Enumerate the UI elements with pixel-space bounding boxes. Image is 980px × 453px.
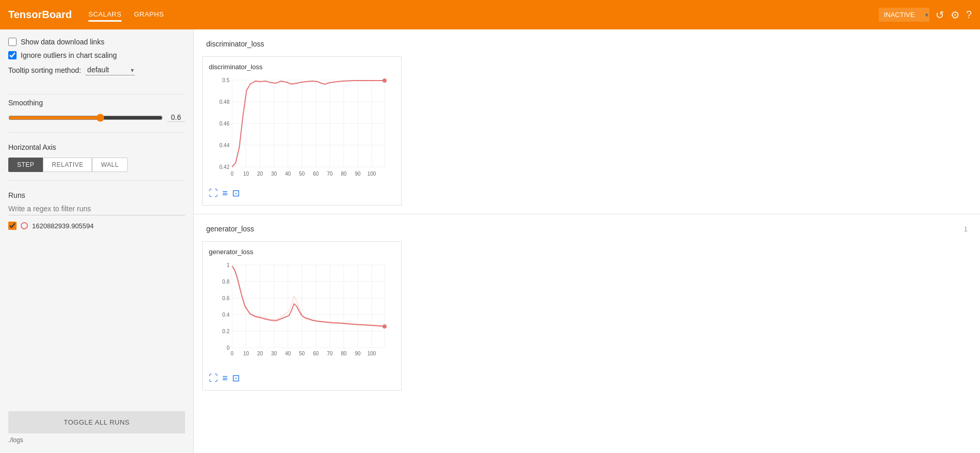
discriminator-loss-card: discriminator_loss bbox=[202, 56, 402, 206]
settings-icon[interactable]: ⚙ bbox=[951, 9, 960, 21]
generator-loss-charts: generator_loss bbox=[194, 237, 980, 399]
discriminator-loss-actions: ⛶ ≡ ⊡ bbox=[209, 188, 395, 199]
generator-loss-chart-title: generator_loss bbox=[209, 248, 395, 256]
discriminator-loss-chart-area: 0.5 0.48 0.46 0.44 0.42 0 10 20 bbox=[209, 75, 395, 183]
svg-text:10: 10 bbox=[243, 171, 249, 177]
display-options: Show data download links Ignore outliers… bbox=[8, 38, 185, 84]
svg-text:60: 60 bbox=[313, 171, 319, 177]
svg-text:0.48: 0.48 bbox=[220, 99, 230, 105]
svg-text:10: 10 bbox=[243, 351, 249, 356]
generator-loss-title: generator_loss bbox=[206, 225, 254, 233]
refresh-icon[interactable]: ↺ bbox=[936, 9, 944, 21]
run-item: 1620882939.905594 bbox=[8, 222, 185, 230]
smoothing-slider[interactable] bbox=[8, 114, 163, 122]
generator-loss-data-btn[interactable]: ≡ bbox=[222, 372, 228, 384]
generator-loss-count: 1 bbox=[964, 225, 968, 233]
discriminator-loss-line bbox=[232, 81, 385, 167]
show-download-links-checkbox[interactable] bbox=[8, 38, 17, 46]
generator-loss-expand-btn[interactable]: ⛶ bbox=[209, 372, 218, 384]
generator-loss-end-dot bbox=[382, 324, 387, 329]
discriminator-loss-svg: 0.5 0.48 0.46 0.44 0.42 0 10 20 bbox=[209, 75, 395, 183]
help-icon[interactable]: ? bbox=[966, 9, 972, 21]
footer-path: ./logs bbox=[8, 433, 185, 445]
generator-loss-header[interactable]: generator_loss 1 bbox=[194, 221, 980, 237]
generator-loss-chart-area: 1 0.8 0.6 0.4 0.2 0 0 10 20 bbox=[209, 260, 395, 368]
show-download-links-row[interactable]: Show data download links bbox=[8, 38, 185, 46]
horizontal-axis-section: Horizontal Axis STEP RELATIVE WALL bbox=[8, 143, 185, 172]
smoothing-section: Smoothing bbox=[8, 99, 185, 122]
nav-scalars[interactable]: SCALARS bbox=[88, 8, 121, 22]
smoothing-row bbox=[8, 113, 185, 122]
svg-text:0.5: 0.5 bbox=[222, 77, 229, 83]
svg-text:40: 40 bbox=[285, 351, 291, 356]
y-labels: 0.5 0.48 0.46 0.44 0.42 bbox=[220, 77, 230, 170]
smoothing-value-input[interactable] bbox=[167, 113, 185, 122]
discriminator-loss-header[interactable]: discriminator_loss bbox=[194, 36, 980, 52]
svg-text:30: 30 bbox=[271, 171, 277, 177]
svg-text:0.42: 0.42 bbox=[220, 164, 230, 170]
svg-text:60: 60 bbox=[313, 351, 319, 356]
tooltip-select-wrapper: default ascending descending nearest bbox=[85, 65, 135, 75]
show-download-links-label: Show data download links bbox=[21, 38, 104, 46]
grid bbox=[232, 80, 385, 167]
runs-title: Runs bbox=[8, 191, 185, 199]
discriminator-loss-end-dot bbox=[382, 79, 387, 83]
ignore-outliers-label: Ignore outliers in chart scaling bbox=[21, 51, 117, 59]
discriminator-loss-data-btn[interactable]: ≡ bbox=[222, 188, 228, 199]
ignore-outliers-row[interactable]: Ignore outliers in chart scaling bbox=[8, 51, 185, 59]
gen-x-labels: 0 10 20 30 40 50 60 70 80 90 100 bbox=[231, 351, 376, 356]
svg-text:50: 50 bbox=[299, 171, 305, 177]
svg-text:0: 0 bbox=[231, 171, 234, 177]
run-checkbox[interactable] bbox=[8, 222, 17, 230]
runs-section: Runs 1620882939.905594 bbox=[8, 191, 185, 233]
svg-text:80: 80 bbox=[341, 171, 347, 177]
generator-loss-zoom-btn[interactable]: ⊡ bbox=[232, 372, 240, 384]
divider-3 bbox=[8, 180, 185, 181]
tooltip-sorting-label: Tooltip sorting method: bbox=[8, 66, 81, 74]
svg-text:90: 90 bbox=[355, 351, 361, 356]
sidebar: Show data download links Ignore outliers… bbox=[0, 29, 194, 453]
svg-text:100: 100 bbox=[368, 171, 376, 177]
ignore-outliers-checkbox[interactable] bbox=[8, 51, 17, 59]
svg-text:20: 20 bbox=[257, 171, 263, 177]
svg-text:30: 30 bbox=[271, 351, 277, 356]
axis-relative-btn[interactable]: RELATIVE bbox=[43, 158, 92, 172]
nav-graphs[interactable]: GRAPHS bbox=[134, 8, 164, 22]
runs-filter-input[interactable] bbox=[8, 202, 185, 215]
run-color-dot bbox=[21, 222, 28, 229]
svg-text:0: 0 bbox=[231, 351, 234, 356]
run-label: 1620882939.905594 bbox=[32, 222, 94, 230]
axis-step-btn[interactable]: STEP bbox=[8, 158, 43, 172]
svg-text:0.4: 0.4 bbox=[222, 312, 229, 318]
smoothing-title: Smoothing bbox=[8, 99, 185, 107]
svg-text:70: 70 bbox=[327, 351, 333, 356]
svg-text:90: 90 bbox=[355, 171, 361, 177]
toggle-all-runs-button[interactable]: TOGGLE ALL RUNS bbox=[8, 411, 185, 433]
svg-text:0.44: 0.44 bbox=[220, 143, 230, 148]
svg-text:0.8: 0.8 bbox=[222, 279, 229, 285]
discriminator-loss-section: discriminator_loss discriminator_loss bbox=[194, 29, 980, 214]
svg-text:50: 50 bbox=[299, 351, 305, 356]
status-select[interactable]: INACTIVE bbox=[879, 8, 929, 22]
gen-y-labels: 1 0.8 0.6 0.4 0.2 0 bbox=[222, 262, 229, 351]
main-layout: Show data download links Ignore outliers… bbox=[0, 29, 980, 453]
svg-text:70: 70 bbox=[327, 171, 333, 177]
discriminator-loss-zoom-btn[interactable]: ⊡ bbox=[232, 188, 240, 199]
svg-text:20: 20 bbox=[257, 351, 263, 356]
generator-loss-card: generator_loss bbox=[202, 241, 402, 390]
generator-loss-svg: 1 0.8 0.6 0.4 0.2 0 0 10 20 bbox=[209, 260, 395, 368]
generator-loss-section: generator_loss 1 generator_loss bbox=[194, 214, 980, 399]
svg-text:0.2: 0.2 bbox=[222, 329, 229, 334]
discriminator-loss-expand-btn[interactable]: ⛶ bbox=[209, 188, 218, 199]
x-labels: 0 10 20 30 40 50 60 70 80 90 100 bbox=[231, 171, 376, 177]
generator-loss-actions: ⛶ ≡ ⊡ bbox=[209, 372, 395, 384]
svg-text:0.46: 0.46 bbox=[220, 121, 230, 127]
axis-wall-btn[interactable]: WALL bbox=[92, 158, 127, 172]
header: TensorBoard SCALARS GRAPHS INACTIVE ↺ ⚙ … bbox=[0, 0, 980, 29]
svg-text:100: 100 bbox=[368, 351, 376, 356]
divider-1 bbox=[8, 94, 185, 95]
main-nav: SCALARS GRAPHS bbox=[88, 8, 879, 22]
horizontal-axis-title: Horizontal Axis bbox=[8, 143, 185, 151]
tooltip-sorting-select[interactable]: default ascending descending nearest bbox=[85, 65, 135, 75]
divider-2 bbox=[8, 132, 185, 133]
